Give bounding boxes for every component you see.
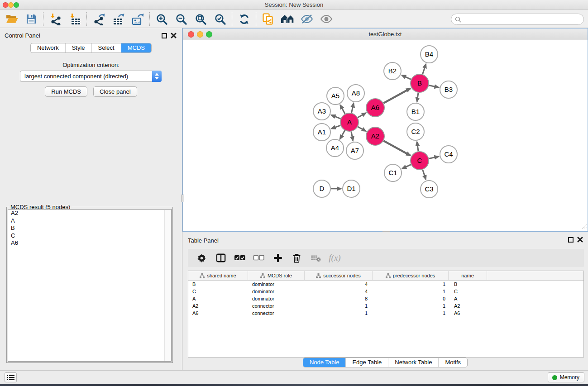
import-network-button[interactable]	[48, 12, 62, 26]
tab-edge-table[interactable]: Edge Table	[345, 358, 388, 367]
delete-table-button[interactable]	[310, 252, 322, 264]
save-session-button[interactable]	[24, 12, 38, 26]
graph-edge-C-C3[interactable]	[423, 170, 426, 179]
graph-node-A2[interactable]: A2	[366, 127, 384, 145]
export-network-button[interactable]	[92, 12, 105, 26]
show-all-button[interactable]	[320, 12, 333, 26]
graph-edge-B-B4[interactable]	[423, 64, 426, 74]
graph-node-A[interactable]: A	[340, 113, 359, 131]
graph-edge-B-B3[interactable]	[429, 86, 439, 88]
mcds-result-item[interactable]: B	[8, 224, 171, 232]
float-panel-icon[interactable]	[568, 237, 574, 243]
tab-node-table[interactable]: Node Table	[303, 358, 346, 367]
mcds-result-item[interactable]: A2	[8, 210, 171, 217]
delete-columns-button[interactable]	[291, 252, 303, 264]
export-image-button[interactable]	[131, 12, 144, 26]
graph-edge-A-A5[interactable]	[340, 105, 345, 114]
graph-node-C[interactable]: C	[411, 152, 429, 170]
float-panel-icon[interactable]	[162, 33, 167, 38]
graph-edge-A-A2[interactable]	[358, 127, 366, 131]
graph-node-A1[interactable]: A1	[313, 124, 330, 141]
column-header-successor-nodes[interactable]: successor nodes	[305, 271, 373, 280]
graph-edge-A-A7[interactable]	[351, 132, 353, 141]
graph-node-A7[interactable]: A7	[346, 142, 363, 159]
graph-edge-B-B2[interactable]	[402, 75, 411, 79]
zoom-fit-button[interactable]	[194, 12, 207, 26]
tab-select[interactable]: Select	[91, 43, 121, 52]
graph-node-B2[interactable]: B2	[384, 62, 401, 80]
select-all-button[interactable]	[234, 252, 246, 264]
memory-button[interactable]: Memory	[548, 372, 584, 382]
graph-edge-A-A8[interactable]	[352, 104, 354, 113]
hide-unselected-button[interactable]	[300, 12, 314, 26]
home-button[interactable]	[281, 12, 294, 26]
graph-node-B[interactable]: B	[411, 74, 429, 92]
table-row[interactable]: A6connector11A6	[188, 310, 583, 317]
mcds-result-item[interactable]: C	[8, 232, 171, 240]
function-builder-button[interactable]: f(x)	[329, 252, 341, 264]
graph-node-C3[interactable]: C3	[421, 181, 438, 198]
graph-node-A8[interactable]: A8	[347, 85, 364, 102]
tab-mcds[interactable]: MCDS	[121, 43, 151, 52]
mcds-result-item[interactable]: A	[8, 217, 171, 225]
tab-network-table[interactable]: Network Table	[388, 358, 438, 367]
column-header-mcds-role[interactable]: MCDS role	[248, 271, 305, 280]
deselect-all-button[interactable]	[253, 252, 265, 264]
export-table-button[interactable]	[111, 12, 125, 26]
search-input[interactable]	[464, 15, 583, 24]
table-settings-button[interactable]	[196, 252, 208, 264]
close-panel-button[interactable]: Close panel	[93, 86, 137, 97]
graph-node-C1[interactable]: C1	[384, 164, 402, 181]
window-resize-grip[interactable]	[582, 223, 587, 231]
graph-node-A3[interactable]: A3	[313, 103, 330, 120]
graph-edge-A-A1[interactable]	[332, 125, 341, 129]
table-row[interactable]: Cdominator41C	[188, 288, 583, 295]
graph-edge-A6-B[interactable]	[383, 89, 410, 103]
run-mcds-button[interactable]: Run MCDS	[45, 86, 87, 97]
graph-edge-C-C1[interactable]	[402, 165, 411, 169]
refresh-view-button[interactable]	[237, 12, 251, 26]
graph-node-C2[interactable]: C2	[407, 123, 424, 140]
graph-node-B4[interactable]: B4	[421, 46, 438, 63]
add-column-button[interactable]	[272, 252, 284, 264]
graph-node-B1[interactable]: B1	[407, 103, 424, 120]
graph-edge-A-A6[interactable]	[358, 113, 366, 118]
search-field[interactable]	[451, 14, 584, 25]
table-row[interactable]: A2connector11A2	[188, 302, 583, 310]
graph-node-A6[interactable]: A6	[366, 99, 384, 117]
splitter-grip-vertical[interactable]	[181, 195, 184, 202]
graph-edge-B-B1[interactable]	[417, 93, 418, 101]
graph-node-A4[interactable]: A4	[326, 139, 344, 157]
clone-network-button[interactable]	[261, 12, 275, 26]
graph-node-D1[interactable]: D1	[343, 180, 360, 197]
zoom-out-button[interactable]	[174, 12, 188, 26]
table-row[interactable]: Bdominator41B	[188, 281, 583, 288]
close-panel-icon[interactable]	[171, 33, 177, 38]
network-canvas[interactable]: AA1A2A3A4A5A6A7A8BB1B2B3B4CC1C2C3C4DD1	[183, 40, 588, 231]
graph-node-C4[interactable]: C4	[440, 146, 457, 163]
criterion-dropdown[interactable]: largest connected component (directed)	[20, 71, 162, 82]
tab-motifs[interactable]: Motifs	[438, 358, 467, 367]
tab-style[interactable]: Style	[65, 43, 91, 52]
graph-edge-C-C2[interactable]	[417, 142, 418, 151]
mcds-result-list[interactable]: A2ABCA6	[8, 209, 172, 362]
close-panel-icon[interactable]	[577, 237, 583, 243]
column-header-shared-name[interactable]: shared name	[188, 271, 248, 280]
graph-edge-A-A4[interactable]	[340, 130, 344, 139]
show-columns-button[interactable]	[215, 252, 227, 264]
graph-node-A5[interactable]: A5	[327, 87, 344, 105]
zoom-selected-button[interactable]	[213, 12, 227, 26]
graph-edge-C-C4[interactable]	[429, 157, 439, 159]
mcds-result-item[interactable]: A6	[8, 239, 171, 247]
zoom-in-button[interactable]	[155, 12, 168, 26]
column-header-predecessor-nodes[interactable]: predecessor nodes	[373, 271, 449, 280]
graph-edge-A2-C[interactable]	[383, 141, 410, 155]
tab-network[interactable]: Network	[31, 43, 65, 52]
scrollbar-track[interactable]	[164, 210, 171, 361]
graph-edge-A-A3[interactable]	[331, 115, 340, 119]
task-history-button[interactable]	[5, 372, 17, 382]
open-session-button[interactable]	[5, 12, 19, 26]
graph-node-D[interactable]: D	[313, 180, 330, 197]
graph-node-B3[interactable]: B3	[440, 81, 457, 98]
column-header-name[interactable]: name	[449, 271, 487, 280]
